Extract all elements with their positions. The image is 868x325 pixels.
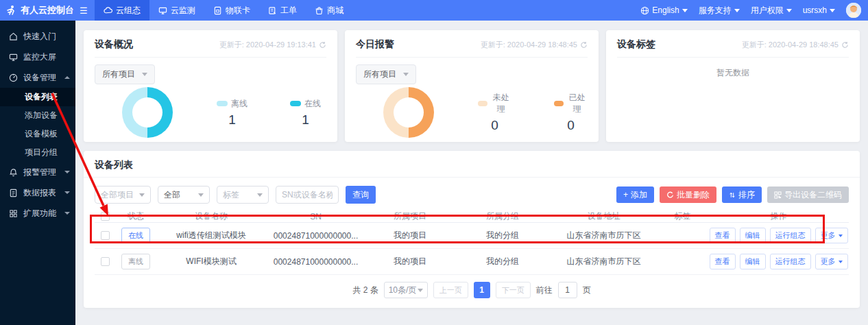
- legend-label: 离线: [231, 98, 248, 110]
- sidebar-item-big-screen[interactable]: 监控大屏: [0, 47, 75, 67]
- more-button[interactable]: 更多: [815, 254, 848, 269]
- tab-mall[interactable]: 商城: [306, 0, 352, 21]
- tab-label: 云组态: [116, 5, 141, 16]
- device-status-legend: 离线 1 在线 1: [217, 98, 321, 128]
- chevron-up-icon: [64, 76, 70, 79]
- sidebar-subitem-device-list[interactable]: 设备列表: [0, 88, 75, 106]
- main-content: 设备概况 更新于: 2020-04-29 19:13:41 所有项目 离线: [75, 21, 868, 325]
- device-table: 状态 设备名称 SN 所属项目 所属分组 设备地址 标签 操作 在线 wifi透…: [95, 210, 849, 275]
- sidebar-item-label: 数据报表: [23, 187, 56, 199]
- select-all-checkbox[interactable]: [101, 212, 110, 221]
- sidebar-item-label: 快速入门: [23, 31, 56, 43]
- alarm-status-legend: 未处理 0 已处理 0: [478, 92, 588, 133]
- user-menu[interactable]: usrsxh: [803, 5, 835, 15]
- sidebar-subitem-device-template[interactable]: 设备模板: [0, 125, 75, 143]
- card-device-tags: 设备标签 更新于: 2020-04-29 18:48:45 暂无数据: [606, 30, 860, 142]
- language-menu[interactable]: English: [640, 5, 687, 15]
- column-header-project: 所属项目: [365, 210, 455, 222]
- export-qr-button[interactable]: 导出设备二维码: [767, 186, 849, 203]
- view-button[interactable]: 查看: [710, 254, 736, 269]
- sidebar-item-alarm-management[interactable]: 报警管理: [0, 162, 75, 182]
- sort-button[interactable]: 排序: [722, 186, 762, 203]
- filter-project-select[interactable]: 全部项目: [95, 186, 151, 204]
- row-checkbox[interactable]: [101, 257, 110, 266]
- sidebar-item-label: 设备管理: [23, 72, 56, 84]
- summary-cards: 设备概况 更新于: 2020-04-29 19:13:41 所有项目 离线: [84, 30, 860, 142]
- chevron-down-icon: [839, 234, 843, 237]
- query-button[interactable]: 查询: [346, 186, 376, 204]
- project-filter-select[interactable]: 所有项目: [356, 64, 416, 84]
- chevron-down-icon: [418, 289, 423, 292]
- row-checkbox[interactable]: [101, 231, 110, 240]
- mall-icon: [315, 6, 324, 15]
- sidebar-subitem-project-group[interactable]: 项目分组: [0, 143, 75, 162]
- chevron-down-icon: [786, 9, 792, 12]
- search-input[interactable]: [276, 186, 339, 204]
- chevron-down-icon: [257, 193, 263, 197]
- next-page-button[interactable]: 下一页: [496, 282, 531, 298]
- legend-label: 在线: [304, 98, 321, 110]
- sidebar-item-extensions[interactable]: 扩展功能: [0, 203, 75, 224]
- updated-text: 更新于: 2020-04-29 19:13:41: [219, 40, 316, 50]
- column-header-tag: 标签: [657, 210, 708, 222]
- avatar[interactable]: [846, 3, 861, 18]
- alarm-status-donut: [383, 87, 434, 138]
- tab-cloud-monitor[interactable]: 云监测: [149, 0, 204, 21]
- device-list-panel: 设备列表 全部项目 全部 标签 查询 +添加: [84, 151, 860, 308]
- topbar-right: English 服务支持 用户权限 usrsxh: [640, 0, 868, 21]
- page-size-value: 10条/页: [389, 285, 417, 296]
- legend-value: 0: [478, 118, 511, 133]
- edit-button[interactable]: 编辑: [740, 228, 766, 243]
- run-scada-button[interactable]: 运行组态: [770, 254, 811, 269]
- tab-iot-sim[interactable]: 物联卡: [204, 0, 259, 21]
- add-label: 添加: [631, 189, 647, 201]
- more-button[interactable]: 更多: [815, 228, 848, 243]
- batch-delete-button[interactable]: 批量删除: [660, 186, 716, 203]
- sidebar-subitem-add-device[interactable]: 添加设备: [0, 106, 75, 125]
- run-scada-button[interactable]: 运行组态: [770, 228, 811, 243]
- refresh-icon[interactable]: [841, 41, 849, 49]
- legend-swatch: [290, 101, 301, 106]
- sidebar-item-device-management[interactable]: 设备管理: [0, 67, 75, 88]
- page-size-select[interactable]: 10条/页: [384, 282, 428, 298]
- qr-code-icon: [774, 191, 782, 199]
- project-filter-select[interactable]: 所有项目: [95, 64, 155, 84]
- tab-cloud-scada[interactable]: 云组态: [95, 0, 149, 21]
- goto-page-input[interactable]: [558, 282, 577, 298]
- sidebar-item-quickstart[interactable]: 快速入门: [0, 26, 75, 47]
- prev-page-button[interactable]: 上一页: [433, 282, 468, 298]
- screen-icon: [9, 53, 18, 62]
- filter-scope-select[interactable]: 全部: [158, 186, 210, 204]
- legend-swatch: [217, 101, 228, 106]
- filter-tag-select[interactable]: 标签: [217, 186, 269, 204]
- sidebar-item-label: 监控大屏: [23, 51, 56, 63]
- view-button[interactable]: 查看: [710, 228, 736, 243]
- report-icon: [9, 189, 18, 197]
- chevron-down-icon: [142, 73, 147, 76]
- add-button[interactable]: +添加: [616, 186, 654, 203]
- chevron-down-icon: [403, 73, 409, 76]
- sidebar: 快速入门 监控大屏 设备管理 设备列表 添加设备 设备模板 项目分组 报警管理: [0, 21, 75, 325]
- legend-swatch: [554, 101, 564, 106]
- table-header-row: 状态 设备名称 SN 所属项目 所属分组 设备地址 标签 操作: [95, 210, 849, 223]
- current-page-button[interactable]: 1: [474, 282, 490, 298]
- device-status-donut: [122, 87, 173, 138]
- legend-value: 0: [554, 118, 588, 133]
- sidebar-item-data-report[interactable]: 数据报表: [0, 182, 75, 203]
- chevron-down-icon: [839, 261, 843, 263]
- support-menu[interactable]: 服务支持: [699, 5, 740, 16]
- filter-scope-value: 全部: [164, 189, 180, 201]
- project-filter-value: 所有项目: [102, 69, 135, 80]
- permission-menu[interactable]: 用户权限: [751, 5, 792, 16]
- tab-work-order[interactable]: 工单: [259, 0, 306, 21]
- chevron-down-icon: [64, 191, 70, 194]
- refresh-icon[interactable]: [319, 41, 326, 49]
- filter-project-value: 全部项目: [101, 189, 134, 201]
- card-updated: 更新于: 2020-04-29 18:48:45: [481, 40, 588, 50]
- edit-button[interactable]: 编辑: [740, 254, 766, 269]
- brand[interactable]: 有人云控制台 ☰: [0, 0, 95, 21]
- refresh-icon[interactable]: [580, 41, 588, 49]
- pagination-total: 共 2 条: [352, 285, 378, 296]
- card-device-overview: 设备概况 更新于: 2020-04-29 19:13:41 所有项目 离线: [84, 30, 337, 142]
- menu-toggle-icon[interactable]: ☰: [80, 5, 88, 16]
